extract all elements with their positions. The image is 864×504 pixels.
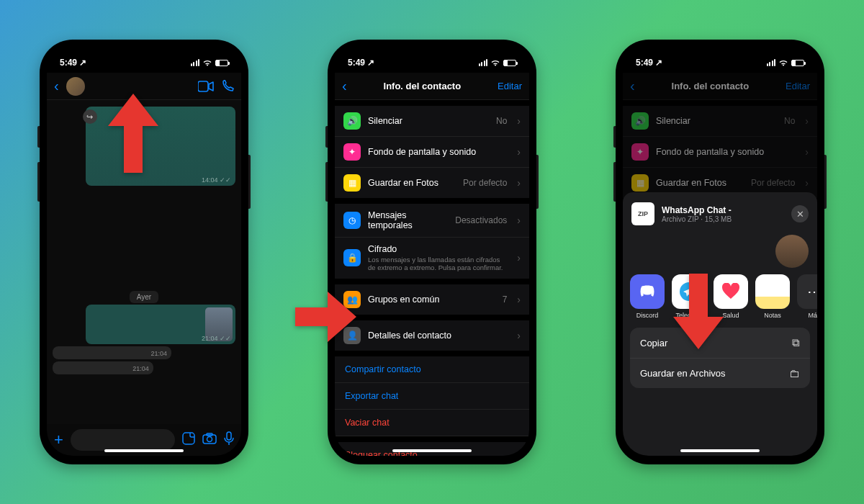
back-button[interactable]: ‹ <box>54 78 59 94</box>
mic-icon[interactable] <box>224 431 234 449</box>
sticker-icon[interactable] <box>182 432 195 449</box>
home-indicator[interactable] <box>392 449 472 452</box>
annotation-arrow-down <box>673 274 724 349</box>
svg-rect-0 <box>198 81 208 91</box>
share-file-title: WhatsApp Chat - <box>662 205 732 215</box>
row-fondo[interactable]: ✦ Fondo de pantalla y sonido› <box>335 137 529 168</box>
voice-call-icon[interactable] <box>221 80 234 93</box>
link-vaciar[interactable]: Vaciar chat <box>335 410 529 436</box>
message-input[interactable] <box>71 429 175 451</box>
message-in[interactable]: 21:04 <box>53 346 171 359</box>
share-contacts-row[interactable] <box>623 233 817 270</box>
row-guardar[interactable]: ▦ Guardar en Fotos Por defecto› <box>335 168 529 198</box>
contact-avatar[interactable] <box>775 235 809 268</box>
row-detalles[interactable]: 👤 Detalles del contacto› <box>335 320 529 351</box>
annotation-arrow-up <box>108 94 158 173</box>
wifi-icon <box>202 59 212 66</box>
back-button[interactable]: ‹ <box>342 78 347 94</box>
message-time: 14:04 ✓✓ <box>202 176 231 184</box>
message-time: 21:04 <box>151 350 168 357</box>
info-nav: ‹ Info. del contacto Editar <box>335 73 529 100</box>
nav-title: Info. del contacto <box>384 81 462 91</box>
action-guardar-archivos[interactable]: Guardar en Archivos 🗀 <box>630 359 810 388</box>
message-time: 21:04 ✓✓ <box>202 335 231 342</box>
row-silenciar: 🔊 Silenciar No› <box>623 106 817 137</box>
svg-rect-1 <box>183 433 194 444</box>
copy-icon: ⧉ <box>792 336 800 349</box>
zip-file-icon: ZIP <box>631 202 654 225</box>
video-call-icon[interactable] <box>198 81 214 92</box>
home-indicator[interactable] <box>104 449 184 452</box>
svg-point-3 <box>207 436 212 441</box>
settings-list[interactable]: 🔊 Silenciar No› ✦ Fondo de pantalla y so… <box>335 106 529 456</box>
message-in[interactable]: 21:04 <box>53 361 153 374</box>
close-button[interactable]: ✕ <box>791 205 809 222</box>
info-nav: ‹ Info. del contacto Editar <box>623 73 817 100</box>
attach-button[interactable]: + <box>54 431 63 449</box>
edit-button[interactable]: Editar <box>498 81 522 91</box>
row-silenciar[interactable]: 🔊 Silenciar No› <box>335 106 529 137</box>
app-notas[interactable]: Notas <box>755 274 790 319</box>
photos-icon: ▦ <box>343 174 361 192</box>
link-compartir[interactable]: Compartir contacto <box>335 356 529 383</box>
row-grupos[interactable]: 👥 Grupos en común 7› <box>335 284 529 315</box>
wallpaper-icon: ✦ <box>343 143 361 161</box>
phone-2-contact-info: 5:49 ↗ ‹ Info. del contacto Editar 🔊 Sil… <box>328 40 536 464</box>
app-more[interactable]: ⋯Más <box>797 274 817 319</box>
signal-icon <box>191 59 200 66</box>
timer-icon: ◷ <box>343 212 361 229</box>
share-file-subtitle: Archivo ZIP · 15,3 MB <box>662 215 732 223</box>
app-discord[interactable]: Discord <box>630 274 665 319</box>
back-button[interactable]: ‹ <box>630 78 635 94</box>
row-temporales[interactable]: ◷ Mensajes temporales Desactivados› <box>335 204 529 238</box>
lock-icon: 🔒 <box>343 249 361 266</box>
annotation-arrow-right <box>295 292 356 342</box>
svg-rect-5 <box>227 432 231 440</box>
home-indicator[interactable] <box>680 449 760 452</box>
edit-button[interactable]: Editar <box>786 81 810 91</box>
message-time: 21:04 <box>132 365 149 372</box>
battery-icon <box>215 60 228 66</box>
camera-icon[interactable] <box>202 433 217 448</box>
speaker-icon: 🔊 <box>343 112 361 130</box>
row-fondo: ✦ Fondo de pantalla y sonido› <box>623 137 817 168</box>
message-image-out[interactable]: 21:04 ✓✓ <box>86 305 235 344</box>
link-exportar[interactable]: Exportar chat <box>335 383 529 410</box>
forward-icon[interactable]: ↪ <box>83 109 97 124</box>
nav-title: Info. del contacto <box>672 81 750 91</box>
folder-icon: 🗀 <box>789 367 800 379</box>
contact-avatar[interactable] <box>66 77 85 96</box>
day-separator: Ayer <box>53 292 235 302</box>
phone-3-share-sheet: 5:49 ↗ ‹ Info. del contacto Editar 🔊 Sil… <box>616 40 824 464</box>
row-cifrado[interactable]: 🔒 Cifrado Los mensajes y las llamadas es… <box>335 238 529 279</box>
